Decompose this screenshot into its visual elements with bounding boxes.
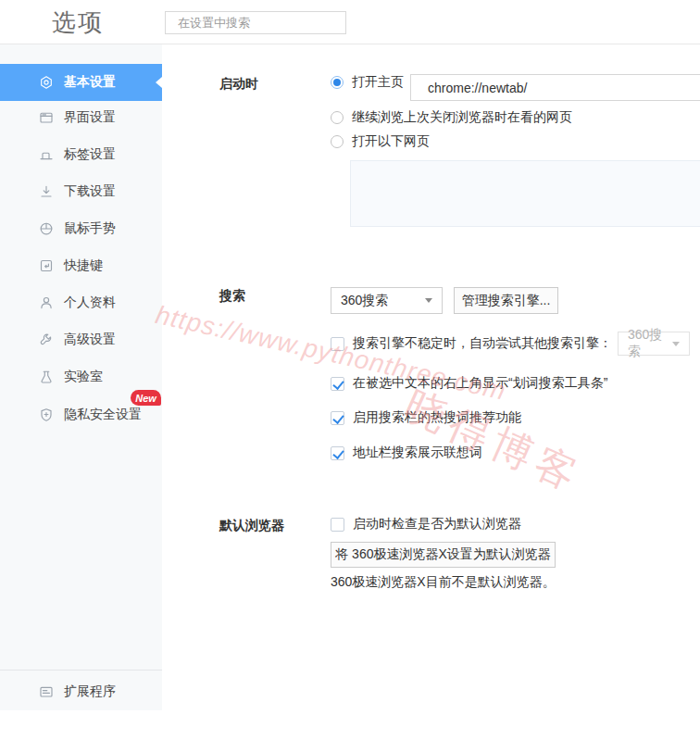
checkbox-label: 启动时检查是否为默认浏览器 — [353, 516, 521, 533]
radio-continue-browsing[interactable] — [331, 111, 344, 124]
sidebar-item-label: 个人资料 — [64, 295, 116, 311]
search-engine-select[interactable]: 360搜索 — [331, 287, 443, 314]
chevron-down-icon — [425, 298, 432, 303]
sidebar-item-label: 实验室 — [64, 369, 103, 385]
manage-search-engines-button[interactable]: 管理搜索引擎... — [454, 287, 558, 314]
startup-section-label: 启动时 — [219, 76, 258, 93]
fallback-engine-row: 搜索引擎不稳定时，自动尝试其他搜索引擎： 360搜索 — [331, 332, 690, 356]
sidebar-item-label: 高级设置 — [64, 332, 116, 348]
radio-open-pages[interactable] — [331, 135, 344, 148]
shield-plus-icon — [39, 407, 54, 422]
radio-label: 打开以下网页 — [352, 133, 430, 150]
sidebar-item-label: 隐私安全设置 — [64, 407, 142, 423]
search-section-label: 搜索 — [219, 288, 245, 305]
sidebar-item-label: 界面设置 — [64, 109, 116, 126]
sidebar-item-tab-settings[interactable]: 标签设置 — [0, 136, 162, 173]
address-bar-suggest-row[interactable]: 地址栏搜索展示联想词 — [331, 445, 482, 460]
default-browser-section-label: 默认浏览器 — [219, 518, 284, 534]
startup-option-open-pages[interactable]: 打开以下网页 — [331, 134, 430, 149]
sidebar-item-download-settings[interactable]: 下载设置 — [0, 173, 162, 210]
sidebar-item-advanced-settings[interactable]: 高级设置 — [0, 321, 162, 358]
search-engine-value: 360搜索 — [341, 293, 388, 309]
sidebar-divider — [0, 670, 162, 671]
sidebar-item-label: 基本设置 — [64, 74, 116, 91]
default-check-row[interactable]: 启动时检查是否为默认浏览器 — [331, 517, 521, 532]
fallback-engine-value: 360搜索 — [628, 327, 663, 360]
chevron-down-icon — [672, 342, 680, 346]
person-icon — [39, 295, 54, 310]
sidebar: 基本设置 界面设置 标签设置 下载设置 鼠标手势 — [0, 44, 162, 710]
checkbox-label: 启用搜索栏的热搜词推荐功能 — [353, 409, 521, 426]
tab-icon — [39, 147, 54, 162]
sidebar-item-extensions[interactable]: 扩展程序 — [0, 679, 162, 705]
sidebar-item-label: 快捷键 — [64, 257, 103, 274]
new-badge: New — [131, 390, 161, 406]
window-icon — [39, 110, 54, 125]
sidebar-item-label: 下载设置 — [64, 183, 116, 200]
fallback-engine-select: 360搜索 — [618, 332, 690, 356]
selection-toolbar-row[interactable]: 在被选中文本的右上角显示“划词搜索工具条” — [331, 376, 607, 391]
address-bar-suggest-checkbox[interactable] — [331, 446, 344, 460]
default-check-checkbox[interactable] — [331, 518, 344, 532]
checkbox-label: 地址栏搜索展示联想词 — [353, 445, 482, 461]
selection-toolbar-checkbox[interactable] — [331, 377, 344, 391]
sidebar-item-label: 标签设置 — [64, 146, 116, 163]
sidebar-item-label: 扩展程序 — [64, 683, 116, 700]
checkbox-label: 在被选中文本的右上角显示“划词搜索工具条” — [353, 375, 607, 392]
sidebar-item-interface-settings[interactable]: 界面设置 — [0, 99, 162, 136]
mouse-icon — [39, 221, 54, 236]
header: 选项 — [0, 0, 700, 44]
settings-search-input[interactable] — [178, 16, 341, 30]
settings-search-box[interactable] — [165, 11, 346, 34]
checkbox-label: 搜索引擎不稳定时，自动尝试其他搜索引擎： — [353, 335, 612, 352]
radio-open-homepage[interactable] — [331, 76, 344, 89]
shortcut-key-icon — [39, 258, 54, 273]
radio-label: 打开主页 — [352, 74, 404, 91]
options-page: 选项 基本设置 界面设置 标签设置 — [0, 0, 700, 752]
startup-pages-list-box[interactable] — [350, 160, 700, 227]
download-icon — [39, 184, 54, 199]
flask-icon — [39, 370, 54, 384]
startup-option-homepage[interactable]: 打开主页 — [331, 75, 404, 90]
watermark-cn: 晓得博客 — [396, 378, 591, 505]
extension-icon — [39, 684, 54, 699]
default-browser-status: 360极速浏览器X目前不是默认浏览器。 — [331, 574, 556, 591]
page-title: 选项 — [52, 6, 104, 39]
set-default-browser-button[interactable]: 将 360极速浏览器X设置为默认浏览器 — [331, 542, 556, 568]
sidebar-item-shortcuts[interactable]: 快捷键 — [0, 247, 162, 284]
fallback-engine-checkbox[interactable] — [331, 337, 344, 351]
wrench-icon — [39, 332, 54, 347]
homepage-url-input[interactable] — [410, 74, 700, 101]
radio-label: 继续浏览上次关闭浏览器时在看的网页 — [352, 109, 572, 126]
sidebar-item-basic-settings[interactable]: 基本设置 — [0, 64, 162, 101]
hot-words-row[interactable]: 启用搜索栏的热搜词推荐功能 — [331, 410, 521, 425]
hot-words-checkbox[interactable] — [331, 411, 344, 425]
sidebar-item-label: 鼠标手势 — [64, 220, 116, 237]
gear-icon — [39, 75, 54, 90]
sidebar-item-profile[interactable]: 个人资料 — [0, 284, 162, 321]
sidebar-item-mouse-gestures[interactable]: 鼠标手势 — [0, 210, 162, 247]
startup-option-continue[interactable]: 继续浏览上次关闭浏览器时在看的网页 — [331, 110, 572, 125]
